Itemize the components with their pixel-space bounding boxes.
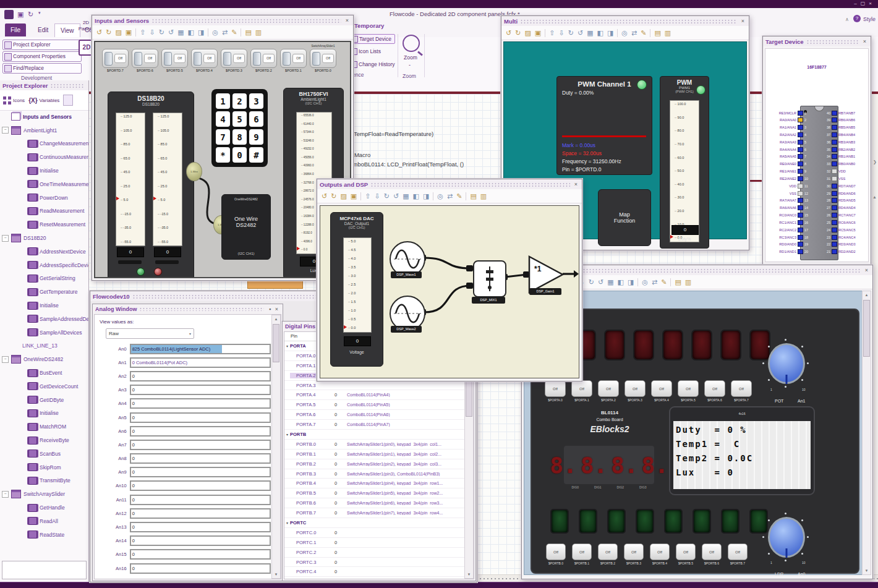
toolbar-icon[interactable] [208,28,208,36]
tree-item[interactable]: ContinuousMeasurement [0,150,88,164]
toolbar-icon[interactable]: ◨ [198,29,204,36]
scroll-thumb[interactable] [863,300,870,357]
toolbar-icon[interactable]: ▣ [535,30,541,36]
keypad-key[interactable]: 9 [249,129,263,145]
keypad-key[interactable]: 6 [249,111,263,127]
toolbar-icon[interactable]: ▥ [480,193,487,200]
rocker[interactable] [253,52,261,66]
digital-pin-row[interactable]: ▾ PORTA.3 [284,381,464,391]
pin-row[interactable]: 34 RB1/ANB1 [817,153,869,160]
pin-row[interactable]: RE0/ANE0 8 [765,161,817,168]
expander-icon[interactable] [19,303,24,309]
pin-row[interactable]: 21 RD2/AND2 [817,249,869,255]
pin-row[interactable]: RA1/ANA1 3 [765,124,817,131]
analog-value-field[interactable]: 0 [130,385,271,395]
outputs-dsp-title[interactable]: Outputs and DSP × [317,179,582,189]
inputs-sensors-title[interactable]: Inputs and Sensors × [92,15,353,25]
digital-pin-row[interactable]: ▾ PORTB.1 0 SwitchArraySlider1(pin1), ke… [284,450,464,459]
pin-row[interactable]: RD0/AND0 19 [765,241,817,248]
pin-row[interactable]: 40 RB7/ANB7 [817,109,869,116]
expander-icon[interactable] [19,168,24,174]
toolbar-icon[interactable] [360,192,361,200]
expander-icon[interactable]: − [2,356,9,363]
refresh-icon[interactable]: ↻ [28,11,33,19]
analog-scrollbar[interactable]: ▲ ▼ [271,315,281,579]
red-led[interactable] [154,268,162,276]
tree-item[interactable]: Initialise [0,407,88,420]
expander-icon[interactable]: − [2,127,9,134]
analog-row[interactable]: An0 825 ComboBL0114(LightSensor ADC) [95,342,271,356]
pin-row[interactable]: 35 RB2/ANB2 [817,146,869,153]
board-switch[interactable]: Off$PORTB.0 [546,543,566,565]
tree-item[interactable]: TransmitByte [0,474,88,488]
pwm-status-panel[interactable]: PWM Channel 1 Duty = 0.00% Mark = 0.00us… [556,76,652,175]
expander-icon[interactable] [19,316,24,322]
expander-icon[interactable] [19,424,24,430]
pin-row[interactable]: 38 RB5/ANB5 [817,124,869,131]
expander-icon[interactable]: − [2,235,9,242]
toolbar-icon[interactable]: ▤ [245,29,251,36]
rocker[interactable] [283,52,291,66]
port-switch[interactable]: Off $PORTD.3 [221,45,247,72]
digital-pin-row[interactable]: ▾ PORTB [284,430,464,440]
macros-icon[interactable] [63,95,73,106]
toolbar-icon[interactable]: ▦ [587,30,593,36]
analog-row[interactable]: An6 0 [95,424,271,438]
board-switch[interactable]: Off$PORTB.2 [598,543,618,565]
toolbar-icon[interactable]: ↺ [393,193,399,200]
toolbar-icon[interactable]: ▤ [654,30,660,36]
analog-value-field[interactable]: 0 [130,412,271,423]
pin-row[interactable]: 37 RB4/ANB4 [817,131,869,138]
onewire-component[interactable]: OneWireDS2482 One Wire DS2482 (I2C CH1) [221,194,271,260]
toolbar-icon[interactable] [617,29,618,37]
toolbar-icon[interactable]: ✎ [456,193,462,200]
toolbar-icon[interactable]: ◧ [597,30,603,36]
toolbar-icon[interactable]: ◎ [437,193,443,200]
keypad-key[interactable]: 8 [232,129,247,145]
component-properties-button[interactable]: Component Properties [2,51,82,62]
help-icon[interactable]: ? [853,15,861,22]
dsp-mixer-component[interactable] [473,260,506,297]
toolbar-icon[interactable]: ▦ [403,193,409,200]
pin-row[interactable]: 32 VDD [817,168,869,175]
analog-value-field[interactable]: 0 [130,563,271,574]
toolbar-icon[interactable]: ▦ [607,279,613,286]
green-led[interactable] [137,268,145,276]
toolbar-icon[interactable]: ◎ [621,30,628,36]
tree-item[interactable]: ResetMeasurement [0,218,88,231]
toolbar-icon[interactable]: ◧ [188,29,194,36]
tree-item[interactable]: Inputs and Sensors [0,110,88,124]
analog-row[interactable]: An10 0 [95,479,271,493]
analog-row[interactable]: An9 0 [95,466,271,479]
board-switch[interactable]: Off$PORTA.1 [571,380,592,402]
board-switch[interactable]: Off$PORTB.1 [572,543,592,565]
toolbar-icon[interactable] [135,28,136,36]
analog-value-field[interactable]: 825 ComboBL0114(LightSensor ADC) [130,344,271,354]
toolbar-icon[interactable]: ◨ [423,193,429,200]
tree-item[interactable]: SkipRom [0,461,88,474]
toolbar-icon[interactable]: ▤ [675,279,681,286]
rocker[interactable] [164,52,172,66]
board-switch[interactable]: Off$PORTA.5 [678,380,699,402]
toolbar-icon[interactable]: ⇄ [631,30,637,36]
temp-slider-1[interactable]: 125.0105.085.065.045.025.05.0-15.0-35.0-… [116,113,145,246]
expander-icon[interactable] [19,141,24,147]
expander-icon[interactable] [19,370,24,376]
tree-item[interactable]: LINK_LINE_13 [0,339,88,353]
pin-row[interactable]: 28 RD5/AND5 [817,197,869,204]
tree-item[interactable]: AddressSpecificDevice [0,258,88,272]
toolbar-icon[interactable]: ⇧ [140,29,145,36]
close-icon[interactable]: × [861,38,868,45]
board-switch[interactable]: Off$PORTA.0 [545,380,566,402]
expander-icon[interactable] [19,383,24,389]
tree-item[interactable]: − SwitchArraySlider [0,487,88,501]
toolbar-icon[interactable]: ↻ [384,193,390,200]
toolbar-icon[interactable] [545,29,545,37]
port-switch[interactable]: Off $PORTD.2 [250,45,277,72]
expander-icon[interactable] [19,478,24,484]
expander-icon[interactable] [19,208,24,214]
analog-value-field[interactable]: 0 [130,426,271,437]
pwm-duty-slider[interactable]: 100.090.080.070.060.050.040.030.020.010.… [670,100,699,242]
toolbar-icon[interactable]: ↻ [589,279,594,286]
analog-window-title[interactable]: Analog Window ▪ × [93,304,283,313]
